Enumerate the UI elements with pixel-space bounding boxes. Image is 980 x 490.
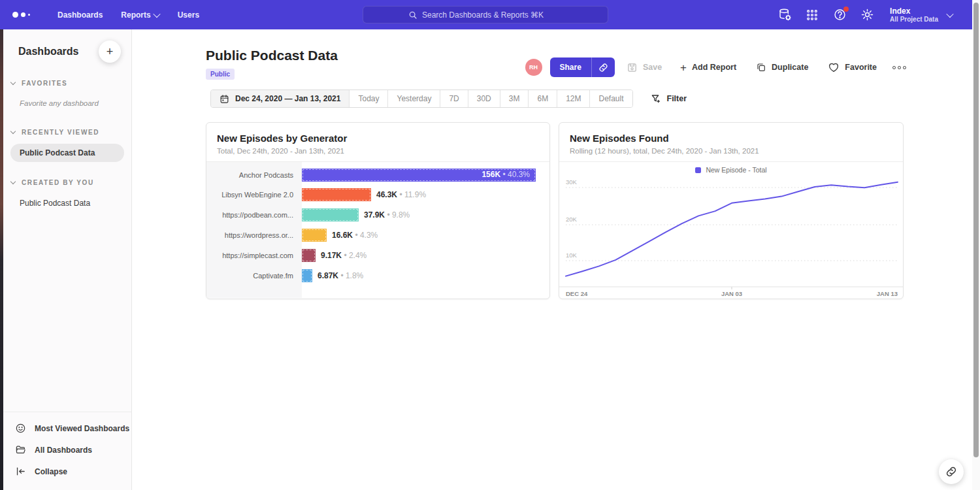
nav-items: DashboardsReportsUsers [48, 0, 208, 29]
bar-segment[interactable] [302, 208, 359, 221]
share-button[interactable]: Share [550, 57, 591, 77]
bar-category-label: https://podbean.com... [206, 211, 302, 219]
date-range-label: Dec 24, 2020 — Jan 13, 2021 [235, 94, 340, 103]
duplicate-label: Duplicate [772, 63, 808, 72]
y-tick-20k: 20K [566, 216, 578, 223]
bar-segment[interactable] [302, 229, 327, 242]
duplicate-icon [756, 62, 766, 73]
bottom-item-label: Collapse [35, 467, 67, 476]
global-search[interactable] [363, 6, 608, 24]
preset-7d[interactable]: 7D [440, 90, 468, 107]
search-input[interactable] [422, 10, 563, 20]
section-label: FAVORITES [22, 80, 67, 87]
bottom-item-label: All Dashboards [35, 446, 92, 455]
bar-segment[interactable] [302, 188, 371, 201]
avatar[interactable]: RH [525, 59, 542, 76]
chevron-down-icon [10, 129, 16, 134]
duplicate-button[interactable]: Duplicate [756, 62, 808, 73]
bar-segment[interactable] [302, 269, 312, 282]
bar-category-label: Captivate.fm [206, 272, 302, 280]
page-scrollbar[interactable] [972, 0, 980, 490]
preset-default[interactable]: Default [590, 90, 632, 107]
more-options-button[interactable] [892, 66, 906, 69]
link-icon [598, 63, 608, 73]
nav-item-users[interactable]: Users [169, 0, 208, 29]
sidebar-bottom-all-dashboards[interactable]: All Dashboards [3, 439, 131, 461]
scrollbar-thumb[interactable] [973, 3, 979, 457]
bar-category-label: Anchor Podcasts [206, 171, 302, 179]
sidebar-sections: FAVORITESFavorite any dashboardRECENTLY … [3, 80, 131, 212]
line-chart-title: New Episodes Found [570, 133, 892, 144]
bar-row: https://wordpress.or...16.6K • 4.3% [206, 225, 549, 245]
share-link-button[interactable] [591, 57, 615, 77]
x-tick-jan03: JAN 03 [721, 290, 742, 297]
header-actions: RH Share Save + Add Report [525, 57, 906, 77]
add-dashboard-button[interactable]: + [99, 41, 121, 63]
bar-chart-body: Anchor Podcasts156K • 40.3%Libsyn WebEng… [206, 162, 549, 298]
sidebar-bottom-most-viewed-dashboards[interactable]: Most Viewed Dashboards [3, 417, 131, 439]
date-range-group: Dec 24, 2020 — Jan 13, 2021 TodayYesterd… [210, 90, 633, 108]
section-items: Public Podcast Data [3, 194, 131, 212]
project-subtitle: All Project Data [890, 16, 938, 24]
floating-link-button[interactable] [939, 459, 964, 484]
legend-label: New Episode - Total [706, 166, 766, 174]
top-navbar: DashboardsReportsUsers [0, 0, 972, 29]
sidebar-bottom-collapse[interactable]: Collapse [3, 461, 131, 482]
bar-chart-card: New Episodes by Generator Total, Dec 24t… [206, 122, 550, 299]
section-items: Favorite any dashboard [3, 95, 131, 112]
favorite-label: Favorite [845, 63, 877, 72]
bar-row: Captivate.fm6.87K • 1.8% [206, 265, 549, 286]
section-header-recently-viewed[interactable]: RECENTLY VIEWED [3, 129, 131, 136]
bar-chart-subtitle: Total, Dec 24th, 2020 - Jan 13th, 2021 [217, 147, 539, 155]
x-tick-jan13: JAN 13 [877, 290, 898, 297]
preset-6m[interactable]: 6M [529, 90, 557, 107]
chart-legend: New Episode - Total [559, 162, 903, 178]
public-badge: Public [206, 69, 235, 80]
date-range-button[interactable]: Dec 24, 2020 — Jan 13, 2021 [211, 90, 350, 107]
preset-12m[interactable]: 12M [557, 90, 590, 107]
section-header-created-by-you[interactable]: CREATED BY YOU [3, 179, 131, 186]
preset-30d[interactable]: 30D [468, 90, 500, 107]
preset-today[interactable]: Today [350, 90, 388, 107]
save-button[interactable]: Save [627, 62, 662, 73]
sidebar-section: FAVORITESFavorite any dashboard [3, 80, 131, 112]
bottom-item-label: Most Viewed Dashboards [35, 424, 129, 433]
plus-icon: + [680, 62, 687, 73]
bar-value-label: 46.3K • 11.9% [376, 190, 426, 199]
nav-item-reports[interactable]: Reports [112, 0, 168, 29]
bar-segment[interactable]: 156K • 40.3% [302, 169, 536, 182]
preset-3m[interactable]: 3M [500, 90, 529, 107]
filter-button[interactable]: Filter [651, 93, 687, 104]
bar-value-label: 37.9K • 9.8% [364, 210, 410, 220]
bar-row: Libsyn WebEngine 2.046.3K • 11.9% [206, 185, 549, 205]
apps-grid-icon[interactable] [805, 8, 819, 22]
help-icon[interactable] [832, 8, 847, 22]
heart-icon [828, 61, 840, 73]
smiley-icon [15, 423, 26, 434]
sidebar-item[interactable]: Public Podcast Data [10, 144, 124, 162]
share-split-button: Share [550, 57, 615, 77]
bar-segment[interactable] [302, 249, 316, 262]
favorite-button[interactable]: Favorite [828, 61, 877, 73]
link-icon [945, 466, 957, 478]
chevron-down-icon [10, 80, 16, 85]
section-items: Public Podcast Data [3, 144, 131, 162]
nav-item-label: Users [178, 10, 199, 20]
mixpanel-logo-icon[interactable] [12, 12, 30, 18]
settings-gear-icon[interactable] [860, 8, 874, 22]
bar-category-label: https://wordpress.or... [206, 231, 302, 239]
section-header-favorites[interactable]: FAVORITES [3, 80, 131, 87]
preset-yesterday[interactable]: Yesterday [388, 90, 440, 107]
add-report-label: Add Report [692, 63, 736, 72]
nav-item-label: Dashboards [57, 10, 103, 20]
nav-item-dashboards[interactable]: Dashboards [48, 0, 112, 29]
chevron-down-icon [10, 179, 16, 184]
filter-label: Filter [667, 94, 687, 103]
data-sources-icon[interactable] [777, 8, 792, 22]
section-label: RECENTLY VIEWED [22, 129, 99, 136]
sidebar-item[interactable]: Favorite any dashboard [3, 95, 131, 112]
sidebar-item[interactable]: Public Podcast Data [3, 194, 131, 212]
project-selector[interactable]: Index All Project Data [890, 7, 953, 24]
add-report-button[interactable]: + Add Report [680, 62, 736, 73]
bar-row: https://podbean.com...37.9K • 9.8% [206, 205, 549, 225]
